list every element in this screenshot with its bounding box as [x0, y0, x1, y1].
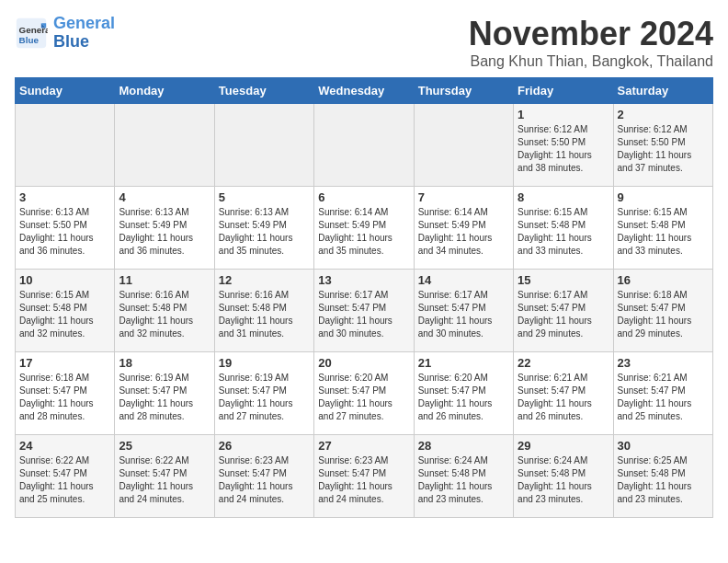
calendar-week-row: 10Sunrise: 6:15 AM Sunset: 5:48 PM Dayli… — [16, 270, 713, 352]
day-info: Sunrise: 6:13 AM Sunset: 5:50 PM Dayligh… — [19, 206, 110, 258]
calendar-week-row: 17Sunrise: 6:18 AM Sunset: 5:47 PM Dayli… — [16, 352, 713, 435]
day-number: 15 — [518, 273, 609, 287]
calendar-cell: 5Sunrise: 6:13 AM Sunset: 5:49 PM Daylig… — [214, 187, 313, 270]
calendar-cell: 20Sunrise: 6:20 AM Sunset: 5:47 PM Dayli… — [314, 352, 414, 435]
logo-name: General Blue — [53, 15, 115, 52]
calendar-cell: 29Sunrise: 6:24 AM Sunset: 5:48 PM Dayli… — [514, 435, 613, 518]
day-info: Sunrise: 6:13 AM Sunset: 5:49 PM Dayligh… — [119, 206, 210, 258]
calendar-cell — [214, 104, 313, 187]
day-number: 20 — [318, 356, 409, 370]
day-info: Sunrise: 6:14 AM Sunset: 5:49 PM Dayligh… — [418, 206, 509, 258]
day-info: Sunrise: 6:21 AM Sunset: 5:47 PM Dayligh… — [618, 372, 709, 423]
day-info: Sunrise: 6:17 AM Sunset: 5:47 PM Dayligh… — [518, 289, 609, 340]
header-section: General Blue General Blue November 2024 … — [15, 15, 713, 70]
calendar-cell: 13Sunrise: 6:17 AM Sunset: 5:47 PM Dayli… — [314, 270, 414, 352]
calendar-cell: 25Sunrise: 6:22 AM Sunset: 5:47 PM Dayli… — [115, 435, 214, 518]
day-info: Sunrise: 6:19 AM Sunset: 5:47 PM Dayligh… — [219, 372, 310, 423]
day-number: 22 — [518, 356, 609, 370]
logo-icon: General Blue — [15, 17, 48, 50]
day-info: Sunrise: 6:15 AM Sunset: 5:48 PM Dayligh… — [618, 206, 709, 258]
weekday-header-wednesday: Wednesday — [314, 78, 414, 104]
calendar-cell: 16Sunrise: 6:18 AM Sunset: 5:47 PM Dayli… — [613, 270, 712, 352]
day-info: Sunrise: 6:12 AM Sunset: 5:50 PM Dayligh… — [518, 123, 609, 175]
day-info: Sunrise: 6:25 AM Sunset: 5:48 PM Dayligh… — [618, 454, 709, 506]
day-number: 6 — [318, 190, 409, 204]
day-number: 18 — [119, 356, 210, 370]
calendar-cell: 7Sunrise: 6:14 AM Sunset: 5:49 PM Daylig… — [414, 187, 513, 270]
day-info: Sunrise: 6:12 AM Sunset: 5:50 PM Dayligh… — [618, 123, 709, 175]
day-info: Sunrise: 6:15 AM Sunset: 5:48 PM Dayligh… — [19, 289, 110, 340]
calendar-table: SundayMondayTuesdayWednesdayThursdayFrid… — [15, 77, 713, 518]
day-number: 12 — [219, 273, 310, 287]
month-title: November 2024 — [469, 15, 713, 53]
day-number: 14 — [418, 273, 509, 287]
calendar-cell: 28Sunrise: 6:24 AM Sunset: 5:48 PM Dayli… — [414, 435, 513, 518]
day-number: 4 — [119, 190, 210, 204]
day-info: Sunrise: 6:23 AM Sunset: 5:47 PM Dayligh… — [219, 454, 310, 506]
logo-blue: Blue — [53, 32, 89, 51]
day-number: 9 — [618, 190, 709, 204]
day-info: Sunrise: 6:13 AM Sunset: 5:49 PM Dayligh… — [219, 206, 310, 258]
calendar-cell: 19Sunrise: 6:19 AM Sunset: 5:47 PM Dayli… — [214, 352, 313, 435]
day-number: 24 — [19, 439, 110, 453]
calendar-cell: 30Sunrise: 6:25 AM Sunset: 5:48 PM Dayli… — [613, 435, 712, 518]
calendar-cell: 10Sunrise: 6:15 AM Sunset: 5:48 PM Dayli… — [16, 270, 115, 352]
day-number: 28 — [418, 439, 509, 453]
day-number: 7 — [418, 190, 509, 204]
calendar-cell — [314, 104, 414, 187]
day-info: Sunrise: 6:21 AM Sunset: 5:47 PM Dayligh… — [518, 372, 609, 423]
calendar-cell: 11Sunrise: 6:16 AM Sunset: 5:48 PM Dayli… — [115, 270, 214, 352]
calendar-cell: 17Sunrise: 6:18 AM Sunset: 5:47 PM Dayli… — [16, 352, 115, 435]
day-number: 29 — [518, 439, 609, 453]
day-number: 25 — [119, 439, 210, 453]
calendar-cell: 18Sunrise: 6:19 AM Sunset: 5:47 PM Dayli… — [115, 352, 214, 435]
day-info: Sunrise: 6:18 AM Sunset: 5:47 PM Dayligh… — [618, 289, 709, 340]
day-number: 26 — [219, 439, 310, 453]
weekday-header-row: SundayMondayTuesdayWednesdayThursdayFrid… — [16, 78, 713, 104]
calendar-cell: 27Sunrise: 6:23 AM Sunset: 5:47 PM Dayli… — [314, 435, 414, 518]
logo-general: General — [53, 14, 115, 32]
calendar-cell: 12Sunrise: 6:16 AM Sunset: 5:48 PM Dayli… — [214, 270, 313, 352]
calendar-cell: 14Sunrise: 6:17 AM Sunset: 5:47 PM Dayli… — [414, 270, 513, 352]
day-info: Sunrise: 6:15 AM Sunset: 5:48 PM Dayligh… — [518, 206, 609, 258]
day-number: 21 — [418, 356, 509, 370]
day-info: Sunrise: 6:16 AM Sunset: 5:48 PM Dayligh… — [219, 289, 310, 340]
calendar-cell — [115, 104, 214, 187]
calendar-cell — [16, 104, 115, 187]
day-info: Sunrise: 6:24 AM Sunset: 5:48 PM Dayligh… — [518, 454, 609, 506]
calendar-cell: 15Sunrise: 6:17 AM Sunset: 5:47 PM Dayli… — [514, 270, 613, 352]
day-info: Sunrise: 6:20 AM Sunset: 5:47 PM Dayligh… — [418, 372, 509, 423]
day-info: Sunrise: 6:16 AM Sunset: 5:48 PM Dayligh… — [119, 289, 210, 340]
calendar-cell: 26Sunrise: 6:23 AM Sunset: 5:47 PM Dayli… — [214, 435, 313, 518]
day-info: Sunrise: 6:19 AM Sunset: 5:47 PM Dayligh… — [119, 372, 210, 423]
weekday-header-sunday: Sunday — [16, 78, 115, 104]
day-number: 23 — [618, 356, 709, 370]
day-info: Sunrise: 6:17 AM Sunset: 5:47 PM Dayligh… — [418, 289, 509, 340]
day-number: 17 — [19, 356, 110, 370]
day-info: Sunrise: 6:22 AM Sunset: 5:47 PM Dayligh… — [19, 454, 110, 506]
title-block: November 2024 Bang Khun Thian, Bangkok, … — [469, 15, 713, 70]
calendar-cell: 21Sunrise: 6:20 AM Sunset: 5:47 PM Dayli… — [414, 352, 513, 435]
svg-text:Blue: Blue — [19, 35, 40, 45]
calendar-cell — [414, 104, 513, 187]
calendar-cell: 8Sunrise: 6:15 AM Sunset: 5:48 PM Daylig… — [514, 187, 613, 270]
calendar-cell: 3Sunrise: 6:13 AM Sunset: 5:50 PM Daylig… — [16, 187, 115, 270]
calendar-cell: 23Sunrise: 6:21 AM Sunset: 5:47 PM Dayli… — [613, 352, 712, 435]
day-info: Sunrise: 6:18 AM Sunset: 5:47 PM Dayligh… — [19, 372, 110, 423]
day-number: 10 — [19, 273, 110, 287]
day-number: 27 — [318, 439, 409, 453]
day-info: Sunrise: 6:20 AM Sunset: 5:47 PM Dayligh… — [318, 372, 409, 423]
logo: General Blue General Blue — [15, 15, 115, 52]
weekday-header-tuesday: Tuesday — [214, 78, 313, 104]
day-info: Sunrise: 6:22 AM Sunset: 5:47 PM Dayligh… — [119, 454, 210, 506]
location-title: Bang Khun Thian, Bangkok, Thailand — [469, 53, 713, 70]
day-number: 19 — [219, 356, 310, 370]
day-number: 5 — [219, 190, 310, 204]
day-number: 13 — [318, 273, 409, 287]
weekday-header-thursday: Thursday — [414, 78, 513, 104]
day-number: 11 — [119, 273, 210, 287]
day-info: Sunrise: 6:17 AM Sunset: 5:47 PM Dayligh… — [318, 289, 409, 340]
calendar-cell: 6Sunrise: 6:14 AM Sunset: 5:49 PM Daylig… — [314, 187, 414, 270]
day-number: 2 — [618, 108, 709, 121]
day-number: 1 — [518, 108, 609, 121]
